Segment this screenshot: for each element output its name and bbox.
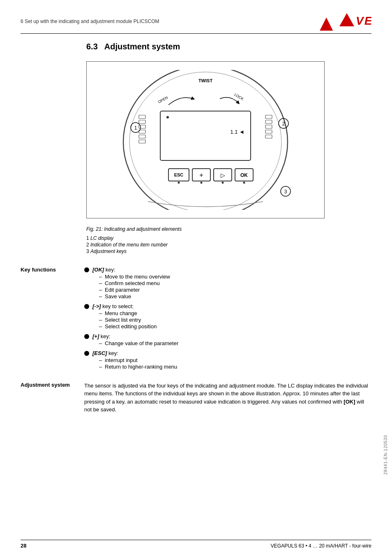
key-plus-label: [+] (92, 333, 99, 339)
svg-point-38 (243, 181, 245, 183)
page-number: 28 (21, 543, 26, 549)
svg-text:1.1 ◄: 1.1 ◄ (230, 129, 244, 135)
plus-sub-1: Change value of the parameter (99, 340, 371, 346)
svg-text:+: + (199, 172, 203, 179)
svg-rect-19 (265, 115, 272, 118)
svg-text:ESC: ESC (174, 172, 184, 177)
key-ok-content: [OK] key: Move to the menu overview Conf… (92, 267, 371, 300)
key-ok-item: [OK] key: Move to the menu overview Conf… (84, 267, 371, 300)
figure-item-3: Adjustment keys (86, 248, 371, 254)
header-text: 6 Set up with the indicating and adjustm… (21, 19, 159, 24)
svg-point-3 (129, 72, 281, 210)
key-esc-label: [ESC] (92, 350, 107, 356)
svg-rect-18 (139, 140, 145, 143)
figure-item-2: Indication of the menu item number (86, 242, 371, 248)
svg-point-26 (166, 116, 169, 118)
key-arrow-item: [->] key to select: Menu change Select l… (84, 303, 371, 330)
svg-rect-13 (139, 115, 145, 118)
page-header: 6 Set up with the indicating and adjustm… (21, 12, 371, 34)
svg-marker-0 (339, 13, 354, 26)
device-diagram: TWIST OPEN LOCK 1 2 (99, 70, 312, 210)
svg-point-2 (123, 70, 288, 210)
vega-logo: VEGA (320, 12, 371, 31)
svg-rect-17 (139, 135, 145, 138)
key-plus-suffix: key: (99, 333, 110, 339)
key-esc-item: [ESC] key: interrupt input Return to hig… (84, 350, 371, 370)
svg-point-29 (178, 181, 180, 183)
svg-rect-22 (265, 130, 272, 133)
key-esc-suffix: key: (107, 350, 118, 356)
arrow-sub-3: Select editing position (99, 323, 371, 330)
svg-text:OPEN: OPEN (157, 95, 168, 104)
svg-text:3: 3 (284, 189, 287, 195)
key-plus-content: [+] key: Change value of the parameter (92, 333, 371, 347)
figure-caption: Fig. 21: Indicating and adjustment eleme… (86, 226, 371, 232)
esc-sub-1: interrupt input (99, 357, 371, 363)
ok-sub-1: Move to the menu overview (99, 274, 371, 280)
key-functions-section: Key functions [OK] key: Move to the menu… (21, 267, 371, 374)
svg-point-35 (222, 181, 224, 183)
adjustment-system-label: Adjustment system (21, 382, 84, 414)
svg-point-32 (201, 181, 203, 183)
key-plus-item: [+] key: Change value of the parameter (84, 333, 371, 347)
section-title: 6.3 Adjustment system (86, 42, 371, 51)
key-arrow-label: [->] (92, 303, 101, 309)
key-functions-label: Key functions (21, 267, 84, 374)
diagram-container: TWIST OPEN LOCK 1 2 (86, 61, 325, 218)
svg-rect-24 (160, 111, 251, 160)
ok-sub-2: Confirm selected menu (99, 280, 371, 286)
key-arrow-suffix: key to select: (101, 303, 134, 309)
arrow-sub-2: Select list entry (99, 317, 371, 323)
key-arrow-sublist: Menu change Select list entry Select edi… (92, 310, 371, 330)
svg-rect-14 (139, 120, 145, 123)
side-watermark: 28441-EN-120530 (383, 435, 388, 475)
page-footer: 28 VEGAPULS 63 • 4 … 20 mA/HART - four-w… (21, 540, 371, 549)
key-plus-sublist: Change value of the parameter (92, 340, 371, 346)
figure-item-1: LC display (86, 235, 371, 241)
key-arrow-content: [->] key to select: Menu change Select l… (92, 303, 371, 330)
key-ok-suffix: key: (104, 267, 115, 273)
bullet-arrow (84, 304, 89, 309)
footer-product: VEGAPULS 63 • 4 … 20 mA/HART - four-wire (271, 543, 371, 549)
bullet-esc (84, 351, 89, 356)
svg-text:2: 2 (282, 121, 285, 127)
key-ok-label: [OK] (92, 267, 104, 273)
bullet-plus (84, 334, 89, 339)
figure-list: LC display Indication of the menu item n… (86, 235, 371, 254)
svg-text:OK: OK (240, 172, 248, 178)
ok-sub-3: Edit parameter (99, 287, 371, 293)
adjustment-system-section: Adjustment system The sensor is adjusted… (21, 382, 371, 414)
arrow-sub-1: Menu change (99, 310, 371, 316)
svg-text:VEGA: VEGA (356, 14, 371, 27)
adjustment-system-description: The sensor is adjusted via the four keys… (84, 382, 371, 414)
svg-rect-21 (265, 125, 272, 128)
key-ok-sublist: Move to the menu overview Confirm select… (92, 274, 371, 299)
key-functions-content: [OK] key: Move to the menu overview Conf… (84, 267, 371, 374)
esc-sub-2: Return to higher-ranking menu (99, 364, 371, 370)
svg-text:▷: ▷ (221, 172, 225, 179)
key-list: [OK] key: Move to the menu overview Conf… (84, 267, 371, 370)
key-esc-sublist: interrupt input Return to higher-ranking… (92, 357, 371, 370)
ok-sub-4: Save value (99, 293, 371, 299)
key-esc-content: [ESC] key: interrupt input Return to hig… (92, 350, 371, 370)
svg-rect-23 (265, 135, 272, 138)
svg-text:1: 1 (134, 125, 137, 131)
bullet-ok (84, 267, 89, 272)
svg-rect-20 (265, 120, 272, 123)
svg-text:TWIST: TWIST (198, 78, 212, 83)
